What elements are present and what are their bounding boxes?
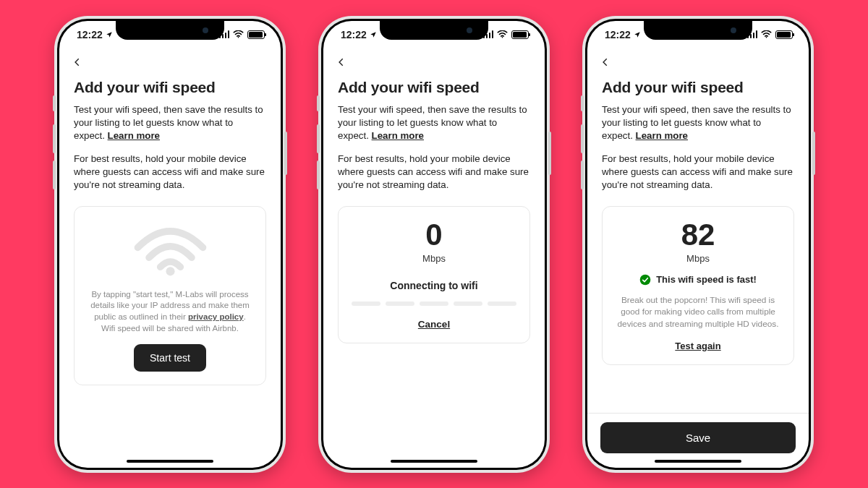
intro-paragraph-1: Test your wifi speed, then save the resu… — [74, 103, 266, 142]
battery-icon — [247, 30, 265, 39]
intro-paragraph-2: For best results, hold your mobile devic… — [602, 153, 794, 192]
speed-test-card: 82 Mbps This wifi speed is fast! Break o… — [602, 206, 794, 365]
speed-value: 0 — [425, 220, 442, 250]
privacy-policy-link[interactable]: privacy policy — [188, 312, 244, 321]
svg-point-2 — [502, 37, 503, 38]
phone-frame-3: 12:22 Add your wifi speed Test your w — [582, 16, 814, 473]
battery-icon — [511, 30, 529, 39]
notch — [116, 21, 224, 40]
back-button[interactable] — [600, 51, 622, 73]
check-circle-icon — [639, 274, 651, 286]
page-title: Add your wifi speed — [74, 79, 266, 96]
wifi-icon — [233, 30, 244, 38]
status-time: 12:22 — [77, 29, 103, 40]
status-time: 12:22 — [605, 29, 631, 40]
intro-paragraph-2: For best results, hold your mobile devic… — [74, 153, 266, 192]
result-description: Break out the popcorn! This wifi speed i… — [616, 294, 780, 330]
connection-status: Connecting to wifi — [390, 280, 477, 291]
page-title: Add your wifi speed — [602, 79, 794, 96]
location-icon — [634, 31, 641, 38]
status-time: 12:22 — [341, 29, 367, 40]
location-icon — [106, 31, 113, 38]
learn-more-link[interactable]: Learn more — [372, 130, 424, 141]
home-indicator[interactable] — [655, 460, 741, 463]
learn-more-link[interactable]: Learn more — [636, 130, 688, 141]
result-badge-text: This wifi speed is fast! — [656, 274, 757, 285]
intro-text-1: Test your wifi speed, then save the resu… — [74, 104, 263, 141]
wifi-icon — [497, 30, 508, 38]
speed-test-card: 0 Mbps Connecting to wifi Cancel — [338, 206, 530, 343]
back-button[interactable] — [72, 51, 94, 73]
speed-value: 82 — [681, 220, 715, 250]
speed-unit: Mbps — [686, 253, 710, 264]
intro-paragraph-1: Test your wifi speed, then save the resu… — [338, 103, 530, 142]
svg-point-0 — [238, 37, 239, 38]
phone-frame-1: 12:22 Add your wifi speed Test your w — [54, 16, 286, 473]
test-again-button[interactable]: Test again — [675, 341, 720, 351]
result-badge: This wifi speed is fast! — [639, 274, 757, 286]
notch — [380, 21, 488, 40]
back-button[interactable] — [336, 51, 358, 73]
home-indicator[interactable] — [391, 460, 477, 463]
svg-point-4 — [640, 275, 651, 286]
learn-more-link[interactable]: Learn more — [108, 130, 160, 141]
cancel-button[interactable]: Cancel — [418, 319, 450, 330]
location-icon — [370, 31, 377, 38]
home-indicator[interactable] — [127, 460, 213, 463]
wifi-icon — [761, 30, 772, 38]
battery-icon — [775, 30, 793, 39]
speed-unit: Mbps — [422, 253, 446, 264]
notch — [644, 21, 752, 40]
intro-paragraph-1: Test your wifi speed, then save the resu… — [602, 103, 794, 142]
intro-paragraph-2: For best results, hold your mobile devic… — [338, 153, 530, 192]
save-button[interactable]: Save — [600, 422, 796, 453]
svg-point-1 — [166, 267, 174, 275]
start-test-button[interactable]: Start test — [134, 344, 206, 372]
speed-test-card: By tapping "start test," M-Labs will pro… — [74, 206, 266, 385]
progress-segments — [352, 301, 516, 306]
wifi-large-icon — [132, 221, 208, 278]
phone-frame-2: 12:22 Add your wifi speed Test your w — [318, 16, 550, 473]
page-title: Add your wifi speed — [338, 79, 530, 96]
disclaimer-text: By tapping "start test," M-Labs will pro… — [88, 289, 252, 334]
svg-point-3 — [766, 37, 767, 38]
